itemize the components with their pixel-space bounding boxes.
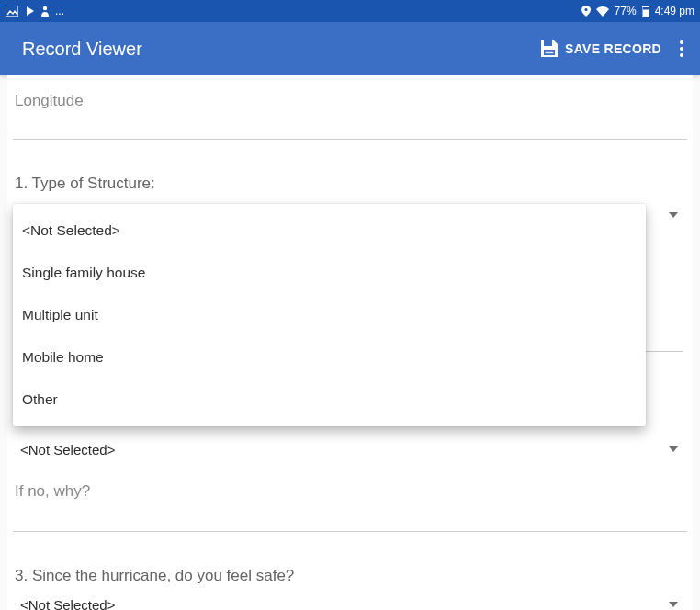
dropdown-option-other[interactable]: Other xyxy=(13,378,646,421)
chevron-down-icon xyxy=(669,212,678,218)
status-left: ... xyxy=(6,5,64,17)
svg-rect-8 xyxy=(544,50,555,55)
svg-rect-0 xyxy=(6,6,18,17)
person-icon xyxy=(40,6,50,17)
picture-icon xyxy=(6,6,18,17)
status-right: 77% 4:49 pm xyxy=(581,5,694,17)
longitude-input[interactable] xyxy=(13,114,687,140)
svg-rect-9 xyxy=(546,51,554,51)
ifno-label: If no, why? xyxy=(13,466,687,506)
q3-value: <Not Selected> xyxy=(20,597,115,611)
battery-percent: 77% xyxy=(615,5,637,17)
app-actions: SAVE RECORD xyxy=(539,35,685,62)
app-title: Record Viewer xyxy=(22,39,142,60)
q3-label: 3. Since the hurricane, do you feel safe… xyxy=(13,550,687,591)
status-bar: ... 77% 4:49 pm xyxy=(0,0,700,22)
save-record-button[interactable]: SAVE RECORD xyxy=(539,39,661,59)
status-ellipsis: ... xyxy=(55,5,64,17)
dropdown-option-single-family[interactable]: Single family house xyxy=(13,252,646,294)
svg-point-2 xyxy=(43,6,47,10)
overflow-menu-button[interactable] xyxy=(678,35,685,62)
dropdown-option-not-selected[interactable]: <Not Selected> xyxy=(13,209,646,252)
q2-value: <Not Selected> xyxy=(20,442,115,458)
app-bar: Record Viewer SAVE RECORD xyxy=(0,22,700,75)
dropdown-option-multiple-unit[interactable]: Multiple unit xyxy=(13,294,646,336)
svg-rect-7 xyxy=(544,40,552,46)
svg-marker-1 xyxy=(27,6,34,16)
svg-rect-6 xyxy=(643,9,649,17)
save-icon xyxy=(539,39,559,59)
chevron-down-icon xyxy=(669,602,678,607)
longitude-label: Longitude xyxy=(13,75,687,114)
location-icon xyxy=(581,6,591,17)
dropdown-popup: <Not Selected> Single family house Multi… xyxy=(13,204,646,426)
dropdown-option-mobile-home[interactable]: Mobile home xyxy=(13,336,646,378)
wifi-icon xyxy=(596,6,609,17)
chevron-down-icon xyxy=(669,446,678,452)
save-record-label: SAVE RECORD xyxy=(565,41,661,56)
clock-time: 4:49 pm xyxy=(655,5,694,17)
svg-point-3 xyxy=(584,8,587,11)
q3-dropdown[interactable]: <Not Selected> xyxy=(13,591,687,610)
ifno-input[interactable] xyxy=(13,506,687,532)
q1-label: 1. Type of Structure: xyxy=(13,158,687,198)
battery-icon xyxy=(642,6,649,17)
play-icon xyxy=(24,6,35,17)
q2-dropdown[interactable]: <Not Selected> xyxy=(13,433,687,466)
svg-rect-10 xyxy=(546,52,554,53)
